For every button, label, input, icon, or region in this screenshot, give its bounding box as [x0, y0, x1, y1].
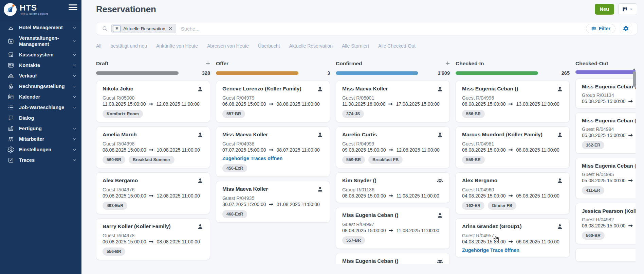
reservation-card[interactable]: Aurelio Curtis Guest R/04999 09.08.2025 … — [336, 126, 450, 168]
reservation-card[interactable]: Jessica Pearson (Kolle Guest R/04982 06.… — [575, 203, 636, 244]
card-date-from: 09.08.2025 15:00:00 — [342, 147, 386, 153]
reservation-card[interactable]: Marcus Mumford (Koller Family) Guest R/0… — [456, 126, 570, 168]
close-icon[interactable] — [168, 26, 173, 31]
room-tag: 557-BR — [342, 236, 365, 244]
quick-filter-berbucht[interactable]: Überbucht — [258, 43, 280, 49]
room-tag: Komfort+ Room — [103, 110, 143, 118]
factory-icon — [7, 125, 14, 132]
card-title: Marcus Mumford (Koller Family) — [462, 132, 542, 138]
card-tags: 374-JS — [342, 110, 443, 118]
card-tags: Komfort+ Room — [103, 110, 204, 118]
reservation-card[interactable]: Alex Bergamo Guest R/04976 09.08.2025 15… — [96, 172, 210, 214]
room-tag: 456-ExR — [222, 164, 247, 172]
queue-list-icon — [7, 104, 14, 111]
person-icon — [197, 132, 204, 138]
sidebar-item-rechnungsstellung[interactable]: Rechnungsstellung — [0, 81, 81, 92]
chat-icon — [7, 115, 14, 121]
add-card-button[interactable]: + — [206, 61, 210, 67]
vertical-scrollbar[interactable] — [633, 71, 636, 87]
sidebar-item-kalender[interactable]: Kalender — [0, 92, 81, 102]
column-title: Checked-Out — [575, 61, 608, 67]
sidebar-item-fertigung[interactable]: Fertigung — [0, 123, 81, 134]
reservation-card[interactable]: Amelia March Guest R/04998 08.08.2025 15… — [96, 126, 210, 168]
quick-filter-alle-checked-out[interactable]: Alle Checked-Out — [378, 43, 416, 49]
sidebar-item-dialog[interactable]: Dialog — [0, 113, 81, 123]
column-progress-bar — [336, 71, 418, 75]
reservation-card[interactable]: Miss Eugenia Ceban ( Guest R/04994 05.08… — [575, 113, 636, 154]
quick-filter-best-tigt-und-neu[interactable]: bestätigt und neu — [111, 43, 147, 49]
reservation-card[interactable]: Miss Eugenia Ceban () — [336, 253, 450, 264]
reservation-card[interactable]: Miss Eugenia Ceban () Guest R/04997 08.0… — [336, 207, 450, 249]
kanban-column-checked-in: Checked-In + 265 Miss Eugenia Ceban () G… — [456, 60, 570, 264]
reservation-card[interactable]: Arina Grandez (Group1) Guest R/04957 04.… — [456, 218, 570, 257]
quick-filters: All bestätigt und neu Ankünfte von Heute… — [96, 43, 644, 49]
card-title: Nikola Jokic — [103, 86, 133, 92]
scroll-up-icon[interactable] — [632, 67, 636, 71]
quick-filter-aktuelle-reservation[interactable]: Aktuelle Reservation — [289, 43, 333, 49]
sidebar: HTS Hotel & Tourism Solutions Hotel Mana… — [0, 0, 81, 274]
sidebar-item-veranstaltungen-management[interactable]: Veranstaltungen-Management — [0, 33, 81, 50]
person-icon — [437, 132, 443, 138]
quick-filter-ank-nfte-von-heute[interactable]: Ankünfte von Heute — [156, 43, 198, 49]
filter-chip[interactable]: Aktuelle Reservation — [111, 24, 176, 33]
reservation-card[interactable]: Miss Maeva Koller Guest R/04935 30.07.20… — [216, 181, 330, 223]
search-bar: Aktuelle Reservation Filter — [96, 22, 637, 35]
quick-filter-alle-storniert[interactable]: Alle Storniert — [342, 43, 369, 49]
arrow-right-icon — [628, 133, 633, 137]
card-date-from: 06.08.2025 15:00:00 — [582, 223, 625, 228]
reservation-card[interactable]: Barry Koller (Koller Family) Guest R/049… — [96, 218, 210, 260]
settings-gear-button[interactable] — [620, 23, 632, 34]
reservation-card[interactable]: Geneve Lorenzo (Koller Family) Guest R/0… — [216, 81, 330, 122]
card-reference: Guest R/04976 — [103, 187, 204, 192]
page-title: Reservationen — [96, 4, 156, 15]
sidebar-item-kontakte[interactable]: Kontakte — [0, 60, 81, 71]
logo-tagline: Hotel & Tourism Solutions — [20, 13, 48, 15]
sidebar-item-hotel-management[interactable]: Hotel Management — [0, 22, 81, 33]
filter-button-label: Filter — [599, 26, 610, 31]
column-count: 328 — [202, 70, 210, 76]
arrow-right-icon — [148, 102, 153, 106]
card-date-to: 12.08.2025 11:00:00 — [396, 147, 439, 153]
card-date-from: 06.08.2025 15:00:00 — [103, 239, 146, 244]
menu-icon[interactable] — [69, 3, 77, 11]
filter-button[interactable]: Filter — [586, 24, 615, 33]
quick-filter-all[interactable]: All — [96, 43, 102, 49]
column-count: 1'609 — [438, 70, 450, 76]
reservation-card[interactable]: Miss Maeva Koller Guest R/05001 11.08.20… — [336, 81, 450, 122]
reservation-card[interactable] — [575, 248, 636, 262]
reservation-card[interactable]: Miss Eugenia Ceban ( Group R/01134 05.08… — [575, 79, 636, 108]
reservation-card[interactable]: Miss Maeva Koller Guest R/04938 07.07.20… — [216, 126, 330, 177]
gear-icon — [7, 146, 14, 153]
shop-icon — [7, 51, 14, 58]
card-date-from: 08.08.2025 15:00:00 — [462, 101, 505, 107]
reservation-card[interactable]: Miss Eugenia Ceban () Guest R/04996 08.0… — [456, 81, 570, 122]
search-input[interactable] — [181, 26, 586, 32]
view-switcher-button[interactable] — [618, 3, 637, 15]
card-tags: 560-BRBreakfast Summer — [103, 156, 204, 164]
card-date-from: 30.07.2025 15:00:00 — [222, 202, 266, 207]
sidebar-item-verkauf[interactable]: Verkauf — [0, 71, 81, 81]
sidebar-item-traces[interactable]: Traces — [0, 155, 81, 166]
sidebar-item-mitarbeiter[interactable]: Mitarbeiter — [0, 134, 81, 144]
chevron-down-icon — [72, 63, 77, 68]
related-traces-link[interactable]: Zugehörige Trace öffnen — [462, 247, 563, 253]
add-card-button[interactable]: + — [445, 61, 450, 67]
room-tag: 411-ER — [582, 186, 604, 194]
reservation-card[interactable]: Alex Bergamo Guest R/04960 04.08.2025 15… — [456, 172, 570, 214]
arrow-right-icon — [269, 202, 274, 206]
column-title: Offer — [216, 61, 228, 67]
quick-filter-abreisen-von-heute[interactable]: Abreisen von Heute — [207, 43, 249, 49]
reservation-card[interactable]: Miss Eugenia Ceban ( Guest R/04995 05.08… — [575, 158, 636, 199]
related-traces-link[interactable]: Zugehörige Traces öffnen — [222, 156, 324, 161]
arrow-right-icon — [628, 224, 633, 228]
sidebar-item-job-warteschlange[interactable]: Job-Warteschlange — [0, 102, 81, 113]
sidebar-item-einstellungen[interactable]: Einstellungen — [0, 144, 81, 155]
kanban-column-confirmed: Confirmed + 1'609 Miss Maeva Koller Gues… — [336, 60, 450, 264]
sidebar-item-kassensystem[interactable]: Kassensystem — [0, 50, 81, 60]
arrow-right-icon — [149, 148, 154, 152]
card-tags: 468-ExR — [222, 210, 324, 218]
reservation-card[interactable]: Nikola Jokic Guest R/05000 11.08.2025 15… — [96, 81, 210, 122]
reservation-card[interactable]: Kim Snyder () Group R/01136 08.08.2025 1… — [336, 172, 450, 203]
new-button[interactable]: Neu — [595, 4, 614, 15]
arrow-right-icon — [388, 148, 393, 152]
